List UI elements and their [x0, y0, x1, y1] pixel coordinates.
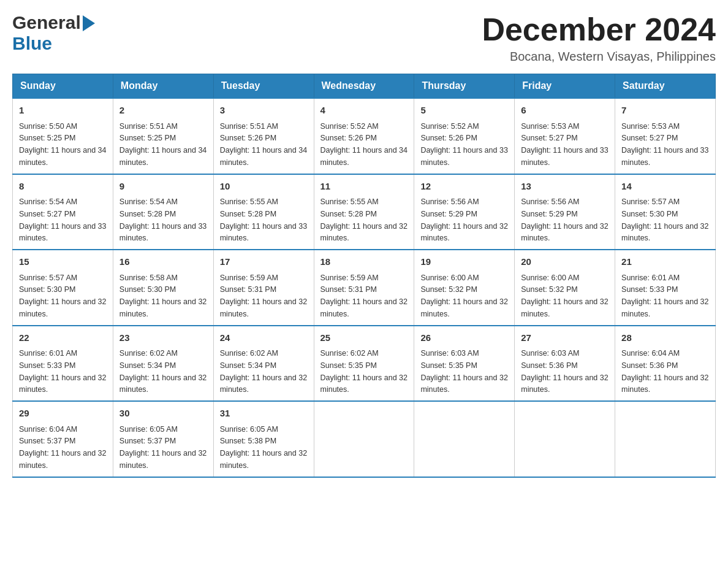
calendar-cell: 31Sunrise: 6:05 AMSunset: 5:38 PMDayligh… [213, 401, 314, 477]
day-info: Sunrise: 5:56 AMSunset: 5:29 PMDaylight:… [420, 197, 507, 242]
calendar-cell: 23Sunrise: 6:02 AMSunset: 5:34 PMDayligh… [113, 326, 213, 402]
day-number: 19 [420, 255, 508, 269]
day-number: 20 [521, 255, 609, 269]
header-thursday: Thursday [414, 74, 515, 99]
day-info: Sunrise: 5:51 AMSunset: 5:26 PMDaylight:… [220, 122, 307, 167]
day-info: Sunrise: 6:03 AMSunset: 5:35 PMDaylight:… [420, 349, 507, 394]
page-header: General Blue December 2024 Bocana, Weste… [12, 12, 716, 64]
day-number: 26 [420, 331, 508, 345]
day-number: 21 [621, 255, 709, 269]
title-section: December 2024 Bocana, Western Visayas, P… [482, 12, 716, 64]
day-number: 6 [521, 104, 609, 118]
calendar-cell: 25Sunrise: 6:02 AMSunset: 5:35 PMDayligh… [314, 326, 414, 402]
location-title: Bocana, Western Visayas, Philippines [482, 50, 716, 64]
calendar-cell: 5Sunrise: 5:52 AMSunset: 5:26 PMDaylight… [414, 98, 515, 174]
day-info: Sunrise: 5:54 AMSunset: 5:27 PMDaylight:… [19, 197, 106, 242]
calendar-cell: 14Sunrise: 5:57 AMSunset: 5:30 PMDayligh… [615, 174, 716, 250]
calendar-cell: 7Sunrise: 5:53 AMSunset: 5:27 PMDaylight… [615, 98, 716, 174]
header-sunday: Sunday [13, 74, 113, 99]
day-number: 22 [19, 331, 107, 345]
calendar-cell: 17Sunrise: 5:59 AMSunset: 5:31 PMDayligh… [213, 250, 314, 326]
day-info: Sunrise: 6:05 AMSunset: 5:38 PMDaylight:… [220, 425, 307, 470]
calendar-cell: 10Sunrise: 5:55 AMSunset: 5:28 PMDayligh… [213, 174, 314, 250]
calendar-cell: 27Sunrise: 6:03 AMSunset: 5:36 PMDayligh… [515, 326, 615, 402]
day-info: Sunrise: 5:57 AMSunset: 5:30 PMDaylight:… [19, 274, 106, 318]
calendar-cell: 28Sunrise: 6:04 AMSunset: 5:36 PMDayligh… [615, 326, 716, 402]
day-number: 18 [320, 255, 408, 269]
month-title: December 2024 [482, 12, 716, 47]
day-info: Sunrise: 6:03 AMSunset: 5:36 PMDaylight:… [521, 349, 608, 394]
day-info: Sunrise: 5:59 AMSunset: 5:31 PMDaylight:… [220, 274, 307, 318]
calendar-cell: 11Sunrise: 5:55 AMSunset: 5:28 PMDayligh… [314, 174, 414, 250]
calendar-cell: 13Sunrise: 5:56 AMSunset: 5:29 PMDayligh… [515, 174, 615, 250]
day-info: Sunrise: 5:59 AMSunset: 5:31 PMDaylight:… [320, 274, 408, 318]
day-number: 30 [119, 407, 207, 421]
calendar-cell: 9Sunrise: 5:54 AMSunset: 5:28 PMDaylight… [113, 174, 213, 250]
logo-blue-text: Blue [12, 33, 52, 53]
day-number: 23 [119, 331, 207, 345]
day-info: Sunrise: 6:00 AMSunset: 5:32 PMDaylight:… [420, 274, 507, 318]
calendar-cell: 20Sunrise: 6:00 AMSunset: 5:32 PMDayligh… [515, 250, 615, 326]
logo-general-text: General [12, 12, 81, 33]
day-info: Sunrise: 5:56 AMSunset: 5:29 PMDaylight:… [521, 197, 608, 242]
calendar-cell: 30Sunrise: 6:05 AMSunset: 5:37 PMDayligh… [113, 401, 213, 477]
calendar-cell: 6Sunrise: 5:53 AMSunset: 5:27 PMDaylight… [515, 98, 615, 174]
day-info: Sunrise: 6:02 AMSunset: 5:34 PMDaylight:… [119, 349, 207, 394]
day-number: 1 [19, 104, 107, 118]
calendar-cell: 3Sunrise: 5:51 AMSunset: 5:26 PMDaylight… [213, 98, 314, 174]
day-number: 28 [621, 331, 709, 345]
day-info: Sunrise: 5:55 AMSunset: 5:28 PMDaylight:… [220, 197, 307, 242]
calendar-cell: 21Sunrise: 6:01 AMSunset: 5:33 PMDayligh… [615, 250, 716, 326]
logo: General Blue [12, 12, 95, 54]
header-monday: Monday [113, 74, 213, 99]
day-number: 24 [220, 331, 308, 345]
header-saturday: Saturday [615, 74, 716, 99]
calendar-cell: 18Sunrise: 5:59 AMSunset: 5:31 PMDayligh… [314, 250, 414, 326]
calendar-cell: 22Sunrise: 6:01 AMSunset: 5:33 PMDayligh… [13, 326, 113, 402]
week-row-4: 22Sunrise: 6:01 AMSunset: 5:33 PMDayligh… [13, 326, 716, 402]
day-number: 17 [220, 255, 308, 269]
day-number: 31 [220, 407, 308, 421]
header-wednesday: Wednesday [314, 74, 414, 99]
calendar-cell: 16Sunrise: 5:58 AMSunset: 5:30 PMDayligh… [113, 250, 213, 326]
week-row-5: 29Sunrise: 6:04 AMSunset: 5:37 PMDayligh… [13, 401, 716, 477]
day-info: Sunrise: 5:52 AMSunset: 5:26 PMDaylight:… [320, 122, 408, 167]
day-number: 29 [19, 407, 107, 421]
day-info: Sunrise: 5:51 AMSunset: 5:25 PMDaylight:… [119, 122, 207, 167]
calendar-cell: 19Sunrise: 6:00 AMSunset: 5:32 PMDayligh… [414, 250, 515, 326]
calendar-cell [615, 401, 716, 477]
day-info: Sunrise: 5:57 AMSunset: 5:30 PMDaylight:… [621, 197, 708, 242]
calendar-cell [414, 401, 515, 477]
calendar-cell: 4Sunrise: 5:52 AMSunset: 5:26 PMDaylight… [314, 98, 414, 174]
calendar-cell: 24Sunrise: 6:02 AMSunset: 5:34 PMDayligh… [213, 326, 314, 402]
day-number: 11 [320, 180, 408, 194]
day-number: 25 [320, 331, 408, 345]
day-info: Sunrise: 6:00 AMSunset: 5:32 PMDaylight:… [521, 274, 608, 318]
calendar-cell [515, 401, 615, 477]
week-row-3: 15Sunrise: 5:57 AMSunset: 5:30 PMDayligh… [13, 250, 716, 326]
header-row: SundayMondayTuesdayWednesdayThursdayFrid… [13, 74, 716, 99]
calendar-cell: 29Sunrise: 6:04 AMSunset: 5:37 PMDayligh… [13, 401, 113, 477]
calendar-cell: 26Sunrise: 6:03 AMSunset: 5:35 PMDayligh… [414, 326, 515, 402]
header-friday: Friday [515, 74, 615, 99]
day-number: 15 [19, 255, 107, 269]
day-info: Sunrise: 6:02 AMSunset: 5:35 PMDaylight:… [320, 349, 408, 394]
day-info: Sunrise: 6:01 AMSunset: 5:33 PMDaylight:… [19, 349, 106, 394]
week-row-2: 8Sunrise: 5:54 AMSunset: 5:27 PMDaylight… [13, 174, 716, 250]
day-number: 16 [119, 255, 207, 269]
day-number: 4 [320, 104, 408, 118]
day-number: 3 [220, 104, 308, 118]
logo-triangle-icon [83, 15, 95, 31]
calendar-cell: 2Sunrise: 5:51 AMSunset: 5:25 PMDaylight… [113, 98, 213, 174]
calendar-cell: 15Sunrise: 5:57 AMSunset: 5:30 PMDayligh… [13, 250, 113, 326]
day-info: Sunrise: 5:53 AMSunset: 5:27 PMDaylight:… [521, 122, 608, 167]
day-number: 5 [420, 104, 508, 118]
header-tuesday: Tuesday [213, 74, 314, 99]
day-info: Sunrise: 5:58 AMSunset: 5:30 PMDaylight:… [119, 274, 207, 318]
day-number: 12 [420, 180, 508, 194]
day-number: 27 [521, 331, 609, 345]
calendar-cell: 1Sunrise: 5:50 AMSunset: 5:25 PMDaylight… [13, 98, 113, 174]
day-info: Sunrise: 5:55 AMSunset: 5:28 PMDaylight:… [320, 197, 408, 242]
day-info: Sunrise: 6:04 AMSunset: 5:37 PMDaylight:… [19, 425, 106, 470]
day-number: 9 [119, 180, 207, 194]
